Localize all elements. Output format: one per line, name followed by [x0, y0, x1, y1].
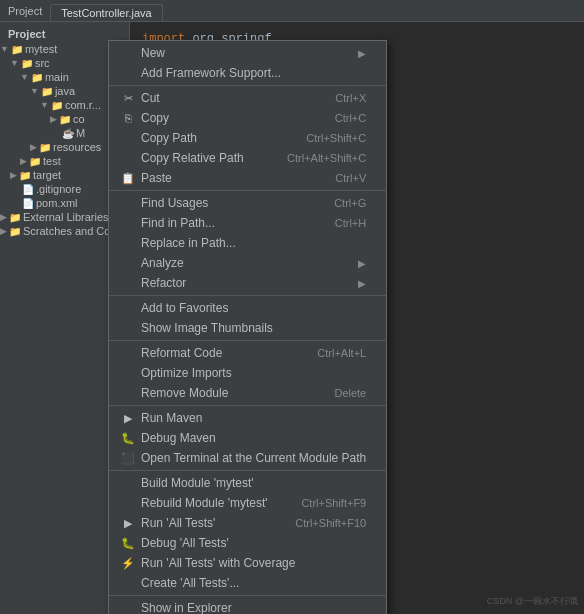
separator-7 [109, 595, 386, 596]
terminal-icon: ⬛ [121, 452, 135, 465]
menu-item-add-favorites[interactable]: Add to Favorites [109, 298, 386, 318]
title-bar: Project TestController.java [0, 0, 584, 22]
menu-item-open-terminal-module[interactable]: ⬛Open Terminal at the Current Module Pat… [109, 448, 386, 468]
editor-tab[interactable]: TestController.java [50, 4, 163, 21]
menu-item-refactor[interactable]: Refactor ▶ [109, 273, 386, 293]
debug-maven-icon: 🐛 [121, 432, 135, 445]
menu-item-run-maven[interactable]: ▶Run Maven [109, 408, 386, 428]
separator-1 [109, 85, 386, 86]
menu-item-paste[interactable]: 📋Paste Ctrl+V [109, 168, 386, 188]
menu-item-cut[interactable]: ✂Cut Ctrl+X [109, 88, 386, 108]
coverage-icon: ⚡ [121, 557, 135, 570]
menu-item-rebuild-module[interactable]: Rebuild Module 'mytest' Ctrl+Shift+F9 [109, 493, 386, 513]
main-layout: Project ▼ 📁 mytest ▼ 📁 src ▼ 📁 main ▼ 📁 … [0, 22, 584, 614]
separator-3 [109, 295, 386, 296]
copy-icon: ⎘ [121, 112, 135, 124]
tab-bar: TestController.java [50, 0, 163, 21]
menu-item-run-tests[interactable]: ▶Run 'All Tests' Ctrl+Shift+F10 [109, 513, 386, 533]
menu-item-analyze[interactable]: Analyze ▶ [109, 253, 386, 273]
menu-item-find-in-path[interactable]: Find in Path... Ctrl+H [109, 213, 386, 233]
context-menu-overlay[interactable]: New ▶ Add Framework Support... ✂Cut Ctrl… [0, 22, 584, 614]
menu-item-copy[interactable]: ⎘Copy Ctrl+C [109, 108, 386, 128]
menu-item-reformat[interactable]: Reformat Code Ctrl+Alt+L [109, 343, 386, 363]
menu-item-run-coverage[interactable]: ⚡Run 'All Tests' with Coverage [109, 553, 386, 573]
menu-item-debug-maven[interactable]: 🐛Debug Maven [109, 428, 386, 448]
menu-item-debug-tests[interactable]: 🐛Debug 'All Tests' [109, 533, 386, 553]
menu-item-build-module[interactable]: Build Module 'mytest' [109, 473, 386, 493]
menu-item-show-thumbnails[interactable]: Show Image Thumbnails [109, 318, 386, 338]
menu-item-copy-path[interactable]: Copy Path Ctrl+Shift+C [109, 128, 386, 148]
menu-item-framework[interactable]: Add Framework Support... [109, 63, 386, 83]
menu-item-copy-relative-path[interactable]: Copy Relative Path Ctrl+Alt+Shift+C [109, 148, 386, 168]
menu-item-optimize-imports[interactable]: Optimize Imports [109, 363, 386, 383]
separator-4 [109, 340, 386, 341]
menu-item-create-tests[interactable]: Create 'All Tests'... [109, 573, 386, 593]
cut-icon: ✂ [121, 92, 135, 105]
run-tests-icon: ▶ [121, 517, 135, 530]
separator-5 [109, 405, 386, 406]
separator-2 [109, 190, 386, 191]
paste-icon: 📋 [121, 172, 135, 185]
debug-tests-icon: 🐛 [121, 537, 135, 550]
separator-6 [109, 470, 386, 471]
submenu-arrow: ▶ [358, 278, 366, 289]
run-maven-icon: ▶ [121, 412, 135, 425]
menu-item-show-explorer[interactable]: Show in Explorer [109, 598, 386, 614]
menu-item-find-usages[interactable]: Find Usages Ctrl+G [109, 193, 386, 213]
project-label: Project [8, 5, 42, 17]
submenu-arrow: ▶ [358, 258, 366, 269]
menu-item-replace-in-path[interactable]: Replace in Path... [109, 233, 386, 253]
menu-item-new[interactable]: New ▶ [109, 43, 386, 63]
submenu-arrow: ▶ [358, 48, 366, 59]
menu-item-remove-module[interactable]: Remove Module Delete [109, 383, 386, 403]
context-menu: New ▶ Add Framework Support... ✂Cut Ctrl… [108, 40, 387, 614]
